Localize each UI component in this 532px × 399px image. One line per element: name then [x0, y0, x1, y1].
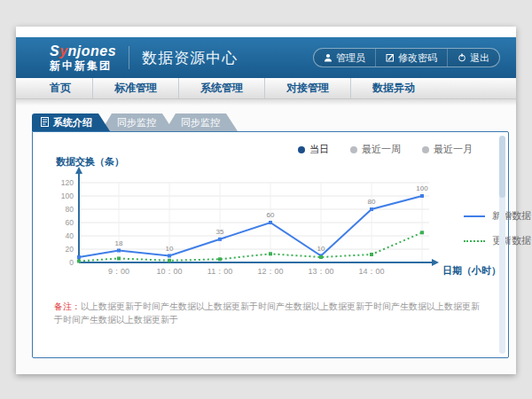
app-window: Synjones 新中新集团 数据资源中心 管理员 修改密码	[16, 27, 516, 374]
nav-shadow	[16, 99, 516, 106]
radio-unselected-icon	[350, 146, 357, 153]
tab-label: 同步监控	[117, 116, 156, 129]
user-button-label: 管理员	[336, 51, 365, 65]
power-icon	[458, 53, 466, 62]
chart-legend: 新增数据 更新数据	[464, 209, 531, 247]
tab-system-intro[interactable]: 系统介绍	[32, 113, 110, 131]
filter-last-week[interactable]: 最近一周	[350, 143, 401, 156]
svg-text:40: 40	[66, 231, 74, 240]
logout-label: 退出	[470, 51, 489, 65]
scrollbar-thumb[interactable]	[499, 136, 505, 198]
chart-panel: 当日 最近一周 最近一月 0204060801001209：0010：0011：…	[32, 131, 509, 358]
svg-text:18: 18	[115, 239, 123, 247]
user-button[interactable]: 管理员	[314, 49, 375, 66]
svg-text:12：00: 12：00	[257, 267, 283, 276]
header-divider	[129, 46, 129, 69]
svg-text:100: 100	[416, 184, 428, 192]
dotted-line-icon	[464, 240, 485, 242]
radio-selected-icon	[298, 146, 305, 153]
filter-label: 最近一月	[434, 143, 473, 156]
svg-text:60: 60	[267, 211, 275, 219]
svg-text:60: 60	[66, 218, 74, 227]
panel-scrollbar[interactable]	[499, 136, 505, 354]
header-actions: 管理员 修改密码 退出	[313, 48, 500, 67]
time-range-filters: 当日 最近一周 最近一月	[33, 132, 508, 156]
change-password-button[interactable]: 修改密码	[375, 49, 447, 66]
tab-label: 同步监控	[181, 116, 220, 129]
brand-logo-cn: 新中新集团	[50, 60, 116, 71]
svg-text:100: 100	[61, 192, 74, 200]
page-title: 数据资源中心	[142, 48, 238, 68]
user-icon	[324, 53, 332, 62]
line-chart: 0204060801001209：0010：0011：0012：0013：001…	[52, 158, 451, 289]
solid-line-icon	[464, 215, 485, 217]
tab-bar: 系统介绍 同步监控 同步监控	[32, 113, 516, 131]
svg-text:20: 20	[66, 245, 74, 254]
main-nav: 首页 标准管理 系统管理 对接管理 数据异动	[16, 78, 516, 99]
edit-icon	[386, 53, 395, 62]
svg-text:0: 0	[69, 258, 74, 267]
change-password-label: 修改密码	[398, 51, 437, 65]
legend-label: 新增数据	[492, 209, 531, 223]
logout-button[interactable]: 退出	[447, 49, 499, 66]
legend-label: 更新数据	[492, 234, 531, 247]
svg-text:10：00: 10：00	[156, 267, 182, 276]
nav-item-integration[interactable]: 对接管理	[264, 78, 350, 98]
svg-text:日期（小时）: 日期（小时）	[442, 265, 501, 277]
svg-text:13：00: 13：00	[308, 267, 333, 276]
logo-accent-letter: y	[59, 43, 67, 59]
nav-item-home[interactable]: 首页	[28, 78, 92, 98]
svg-text:14：00: 14：00	[358, 267, 384, 276]
svg-text:9：00: 9：00	[108, 267, 129, 276]
logo-text-part: njones	[68, 43, 117, 59]
tab-sync-monitor-2[interactable]: 同步监控	[165, 113, 238, 131]
legend-item-new-data[interactable]: 新增数据	[464, 209, 531, 223]
svg-text:80: 80	[66, 205, 74, 214]
window-top-strip	[16, 27, 516, 37]
legend-item-updated-data[interactable]: 更新数据	[464, 234, 531, 247]
svg-text:80: 80	[368, 198, 376, 206]
svg-text:10: 10	[166, 245, 174, 253]
svg-text:数据交换（条）: 数据交换（条）	[55, 156, 124, 168]
header: Synjones 新中新集团 数据资源中心 管理员 修改密码	[16, 37, 516, 78]
radio-unselected-icon	[422, 146, 429, 153]
svg-text:35: 35	[216, 228, 224, 236]
chart-row: 0204060801001209：0010：0011：0012：0013：001…	[33, 156, 508, 289]
footer-note: 备注：以上数据更新于时间产生数据以上数据更新于时间产生数据以上数据更新于时间产生…	[54, 300, 485, 326]
document-icon	[41, 117, 49, 129]
svg-text:120: 120	[61, 178, 74, 187]
svg-text:11：00: 11：00	[207, 267, 232, 276]
content-area: 系统介绍 同步监控 同步监控 当日 最近一周	[16, 99, 516, 374]
brand-logo: Synjones 新中新集团	[50, 44, 116, 71]
filter-label: 最近一周	[362, 143, 401, 156]
nav-item-system[interactable]: 系统管理	[178, 78, 264, 98]
nav-item-standards[interactable]: 标准管理	[92, 78, 178, 98]
note-prefix: 备注：	[54, 301, 81, 311]
svg-text:10: 10	[317, 245, 325, 253]
brand-logo-en: Synjones	[50, 44, 116, 59]
note-text: 以上数据更新于时间产生数据以上数据更新于时间产生数据以上数据更新于时间产生数据以…	[54, 301, 480, 325]
logo-text-part: S	[50, 43, 59, 59]
filter-last-month[interactable]: 最近一月	[422, 143, 473, 156]
tab-label: 系统介绍	[53, 116, 92, 129]
tab-sync-monitor-1[interactable]: 同步监控	[101, 113, 174, 131]
filter-today[interactable]: 当日	[298, 143, 329, 156]
nav-item-data-changes[interactable]: 数据异动	[350, 78, 436, 98]
filter-label: 当日	[309, 143, 329, 156]
